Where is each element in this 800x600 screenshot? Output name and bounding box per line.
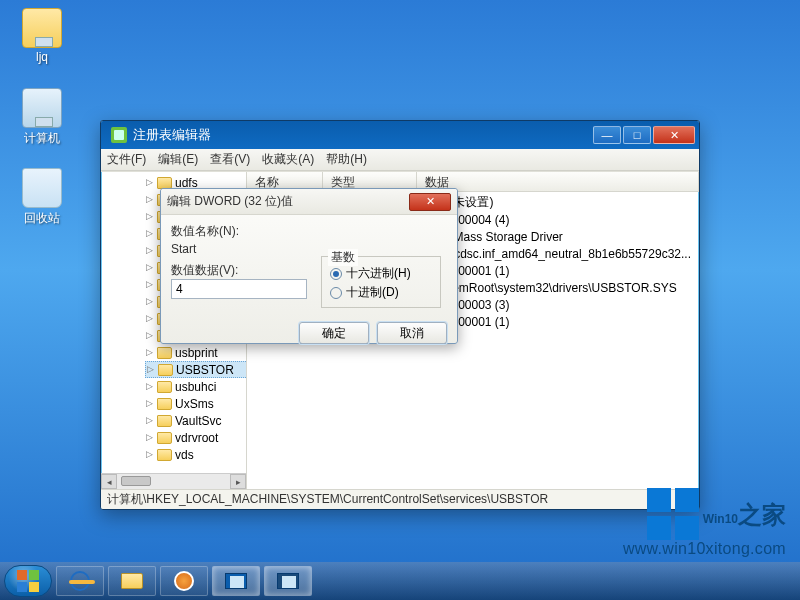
taskbar-wmp[interactable] — [160, 566, 208, 596]
cancel-button[interactable]: 取消 — [377, 322, 447, 344]
tree-node-label: vdrvroot — [175, 431, 218, 445]
tree-node[interactable]: ▷USBSTOR — [145, 361, 247, 378]
app-icon — [225, 573, 247, 589]
minimize-button[interactable]: — — [593, 126, 621, 144]
start-button[interactable] — [4, 565, 52, 597]
taskbar-ie[interactable] — [56, 566, 104, 596]
expand-icon[interactable]: ▷ — [145, 297, 154, 306]
col-data[interactable]: 数据 — [417, 172, 699, 191]
expand-icon[interactable]: ▷ — [145, 229, 154, 238]
taskbar[interactable] — [0, 562, 800, 600]
desktop-icon-label: 计算机 — [12, 130, 72, 147]
menu-file[interactable]: 文件(F) — [107, 151, 146, 168]
tree-node[interactable]: ▷vds — [145, 446, 247, 463]
value-name-label: 数值名称(N): — [171, 223, 447, 240]
radio-dec[interactable]: 十进制(D) — [330, 284, 432, 301]
cell-data: v_mscdsc.inf_amd64_neutral_8b1e6b55729c3… — [417, 247, 699, 261]
folder-icon — [157, 449, 172, 461]
value-data-input[interactable] — [171, 279, 307, 299]
folder-icon — [157, 415, 172, 427]
folder-icon — [157, 381, 172, 393]
scroll-left-arrow[interactable]: ◂ — [101, 474, 117, 489]
scroll-thumb[interactable] — [121, 476, 151, 486]
windows-orb-icon — [15, 568, 41, 594]
titlebar[interactable]: 注册表编辑器 — □ ✕ — [101, 121, 699, 149]
expand-icon[interactable]: ▷ — [145, 178, 154, 187]
expand-icon[interactable]: ▷ — [146, 365, 155, 374]
windows-logo-icon — [647, 488, 699, 540]
taskbar-app2[interactable] — [264, 566, 312, 596]
expand-icon[interactable]: ▷ — [145, 416, 154, 425]
radio-dec-label: 十进制(D) — [346, 284, 399, 301]
cell-data: 0x00000003 (3) — [417, 298, 699, 312]
watermark: Win10之家 www.win10xitong.com — [623, 488, 786, 558]
cell-data: \SystemRoot\system32\drivers\USBSTOR.SYS — [417, 281, 699, 295]
expand-icon[interactable]: ▷ — [145, 348, 154, 357]
value-name-field: Start — [171, 242, 447, 256]
status-path: 计算机\HKEY_LOCAL_MACHINE\SYSTEM\CurrentCon… — [107, 491, 548, 508]
radio-hex-label: 十六进制(H) — [346, 265, 411, 282]
watermark-brand-zh: 之家 — [738, 501, 786, 528]
regedit-icon — [111, 127, 127, 143]
menu-help[interactable]: 帮助(H) — [326, 151, 367, 168]
cell-data: 0x00000001 (1) — [417, 264, 699, 278]
desktop-icon-label: 回收站 — [12, 210, 72, 227]
base-legend: 基数 — [328, 249, 358, 266]
taskbar-explorer[interactable] — [108, 566, 156, 596]
expand-icon[interactable]: ▷ — [145, 382, 154, 391]
expand-icon[interactable]: ▷ — [145, 280, 154, 289]
radio-icon — [330, 287, 342, 299]
tree-node[interactable]: ▷vdrvroot — [145, 429, 247, 446]
menu-edit[interactable]: 编辑(E) — [158, 151, 198, 168]
close-button[interactable]: ✕ — [653, 126, 695, 144]
edit-dword-dialog: 编辑 DWORD (32 位)值 ✕ 数值名称(N): Start 数值数据(V… — [160, 188, 458, 344]
tree-node-label: vds — [175, 448, 194, 462]
tree-node-label: USBSTOR — [176, 363, 234, 377]
ok-button[interactable]: 确定 — [299, 322, 369, 344]
expand-icon[interactable]: ▷ — [145, 314, 154, 323]
folder-icon — [158, 364, 173, 376]
folder-icon — [121, 573, 143, 589]
value-data-label: 数值数据(V): — [171, 262, 321, 279]
desktop-icon-recycle-bin[interactable]: 回收站 — [12, 168, 72, 227]
expand-icon[interactable]: ▷ — [145, 450, 154, 459]
taskbar-app1[interactable] — [212, 566, 260, 596]
cell-data: USB Mass Storage Driver — [417, 230, 699, 244]
watermark-url: www.win10xitong.com — [623, 540, 786, 558]
dialog-titlebar[interactable]: 编辑 DWORD (32 位)值 ✕ — [161, 189, 457, 215]
desktop-icon-user[interactable]: ljq — [12, 8, 72, 64]
expand-icon[interactable]: ▷ — [145, 195, 154, 204]
dialog-title: 编辑 DWORD (32 位)值 — [167, 193, 409, 210]
radio-hex[interactable]: 十六进制(H) — [330, 265, 432, 282]
expand-icon[interactable]: ▷ — [145, 263, 154, 272]
tree-node[interactable]: ▷VaultSvc — [145, 412, 247, 429]
cell-data: 0x00000004 (4) — [417, 213, 699, 227]
menu-favorites[interactable]: 收藏夹(A) — [262, 151, 314, 168]
expand-icon[interactable]: ▷ — [145, 433, 154, 442]
recycle-bin-icon — [22, 168, 62, 208]
scroll-right-arrow[interactable]: ▸ — [230, 474, 246, 489]
folder-icon — [157, 398, 172, 410]
tree-node-label: UxSms — [175, 397, 214, 411]
tree-node[interactable]: ▷usbuhci — [145, 378, 247, 395]
expand-icon[interactable]: ▷ — [145, 212, 154, 221]
tree-scrollbar[interactable]: ◂ ▸ — [101, 473, 246, 489]
dialog-close-button[interactable]: ✕ — [409, 193, 451, 211]
tree-node-label: usbuhci — [175, 380, 216, 394]
desktop-icon-computer[interactable]: 计算机 — [12, 88, 72, 147]
folder-icon — [157, 177, 172, 189]
expand-icon[interactable]: ▷ — [145, 399, 154, 408]
status-bar: 计算机\HKEY_LOCAL_MACHINE\SYSTEM\CurrentCon… — [101, 489, 699, 509]
computer-icon — [22, 88, 62, 128]
menu-view[interactable]: 查看(V) — [210, 151, 250, 168]
app-icon — [277, 573, 299, 589]
cell-data: (数值未设置) — [417, 194, 699, 211]
expand-icon[interactable]: ▷ — [145, 331, 154, 340]
folder-icon — [157, 432, 172, 444]
expand-icon[interactable]: ▷ — [145, 246, 154, 255]
window-title: 注册表编辑器 — [133, 126, 593, 144]
tree-node[interactable]: ▷UxSms — [145, 395, 247, 412]
ie-icon — [70, 571, 90, 591]
maximize-button[interactable]: □ — [623, 126, 651, 144]
menubar: 文件(F) 编辑(E) 查看(V) 收藏夹(A) 帮助(H) — [101, 149, 699, 171]
